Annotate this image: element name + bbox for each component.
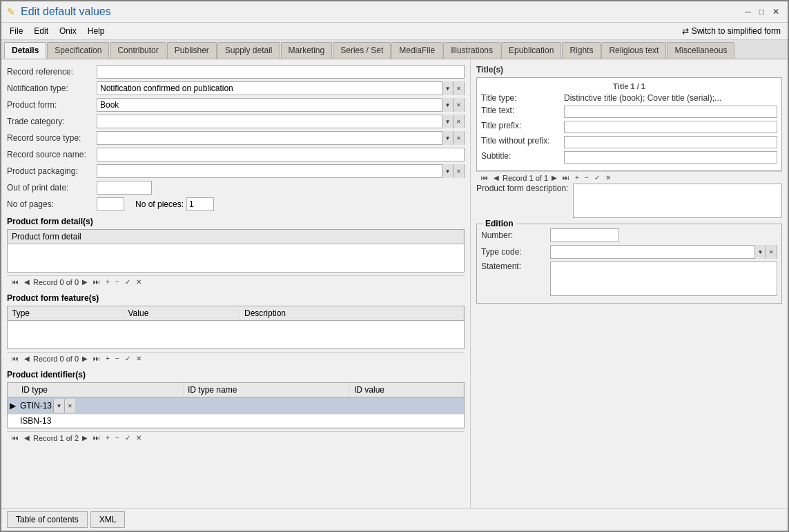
product-packaging-combo[interactable]: ▼ ✕ [97, 164, 465, 178]
pff-type-header: Type [8, 306, 124, 320]
pid-first-btn[interactable]: ⏮ [10, 433, 21, 442]
subtitle-input[interactable] [564, 151, 777, 164]
notification-type-clear[interactable]: ✕ [453, 81, 464, 95]
record-source-type-clear[interactable]: ✕ [453, 131, 464, 145]
xml-button[interactable]: XML [90, 511, 126, 528]
record-reference-label: Record reference: [7, 67, 97, 77]
pfd-prev-btn[interactable]: ◀ [22, 277, 32, 286]
pid-last-btn[interactable]: ⏭ [91, 433, 102, 442]
titles-last-btn[interactable]: ⏭ [561, 173, 572, 182]
tab-specification[interactable]: Specification [47, 42, 109, 59]
product-packaging-dropdown[interactable]: ▼ [442, 164, 453, 178]
record-source-type-combo[interactable]: ▼ ✕ [97, 131, 465, 145]
edition-type-clear[interactable]: ✕ [766, 245, 777, 259]
pfd-first-btn[interactable]: ⏮ [10, 277, 21, 286]
pid-next-btn[interactable]: ▶ [80, 433, 90, 442]
titles-first-btn[interactable]: ⏮ [479, 173, 490, 182]
titles-cancel-btn[interactable]: ✕ [603, 173, 613, 182]
pfd-last-btn[interactable]: ⏭ [91, 277, 102, 286]
pid-add-btn[interactable]: + [104, 433, 112, 442]
record-reference-row: Record reference: [7, 65, 465, 79]
tab-details[interactable]: Details [4, 42, 46, 59]
record-source-name-input[interactable] [97, 148, 465, 161]
pff-cancel-btn[interactable]: ✕ [134, 354, 144, 363]
edition-number-input[interactable] [550, 228, 619, 242]
pfd-confirm-btn[interactable]: ✓ [123, 277, 133, 286]
pff-prev-btn[interactable]: ◀ [22, 354, 32, 363]
pff-first-btn[interactable]: ⏮ [10, 354, 21, 363]
titles-remove-btn[interactable]: − [583, 173, 591, 182]
tab-series-set[interactable]: Series / Set [333, 42, 391, 59]
pfd-cancel-btn[interactable]: ✕ [134, 277, 144, 286]
record-source-type-label: Record source type: [7, 133, 97, 143]
out-of-print-date-input[interactable] [97, 181, 152, 195]
product-form-desc-label: Product form description: [476, 184, 573, 193]
product-packaging-clear[interactable]: ✕ [453, 164, 464, 178]
switch-simplified-button[interactable]: ⇄ Switch to simplified form [678, 25, 785, 37]
titles-confirm-btn[interactable]: ✓ [592, 173, 602, 182]
edition-statement-input[interactable] [550, 262, 777, 296]
tab-publisher[interactable]: Publisher [167, 42, 217, 59]
titles-add-btn[interactable]: + [573, 173, 581, 182]
tab-illustrations[interactable]: Illustrations [443, 42, 500, 59]
table-of-contents-button[interactable]: Table of contents [7, 511, 88, 528]
pid-cancel-btn[interactable]: ✕ [134, 433, 144, 442]
no-of-pieces-input[interactable] [186, 197, 214, 211]
trade-category-combo[interactable]: ▼ ✕ [97, 115, 465, 128]
pff-next-btn[interactable]: ▶ [80, 354, 90, 363]
tab-religious-text[interactable]: Religious text [601, 42, 666, 59]
tab-epublication[interactable]: Epublication [501, 42, 561, 59]
edition-type-code-combo[interactable]: ▼ ✕ [550, 245, 777, 259]
no-of-pages-input[interactable] [97, 197, 124, 211]
maximize-button[interactable]: □ [757, 6, 767, 17]
pid-nav-bar: ⏮ ◀ Record 1 of 2 ▶ ⏭ + − ✓ ✕ [7, 431, 465, 444]
title-prefix-input[interactable] [564, 121, 777, 133]
pid-row-isbn[interactable]: ISBN-13 [8, 415, 464, 428]
menu-edit[interactable]: Edit [28, 24, 54, 38]
tab-mediafile[interactable]: MediaFile [391, 42, 442, 59]
pid-confirm-btn[interactable]: ✓ [123, 433, 133, 442]
titles-prev-btn[interactable]: ◀ [491, 173, 501, 182]
pid-gtin-dropdown[interactable]: ▼ [53, 399, 64, 413]
minimize-button[interactable]: ─ [742, 6, 754, 17]
notification-type-combo[interactable]: Notification confirmed on publication ▼ … [97, 81, 465, 95]
trade-category-clear[interactable]: ✕ [453, 115, 464, 128]
tab-supply-detail[interactable]: Supply detail [217, 42, 280, 59]
right-panel: Title(s) Title 1 / 1 Title type: Distinc… [471, 59, 788, 508]
menu-file[interactable]: File [4, 24, 28, 38]
pid-remove-btn[interactable]: − [113, 433, 121, 442]
menu-onix[interactable]: Onix [54, 24, 82, 38]
pfd-next-btn[interactable]: ▶ [80, 277, 90, 286]
pfd-add-btn[interactable]: + [104, 277, 112, 286]
window-controls: ─ □ ✕ [742, 6, 782, 17]
tab-contributor[interactable]: Contributor [110, 42, 166, 59]
notification-type-dropdown[interactable]: ▼ [442, 81, 453, 95]
close-button[interactable]: ✕ [770, 6, 782, 17]
pff-add-btn[interactable]: + [104, 354, 112, 363]
pid-gtin-name-cell [184, 404, 351, 407]
title-without-prefix-input[interactable] [564, 136, 777, 148]
pfd-remove-btn[interactable]: − [113, 277, 121, 286]
pid-row-gtin[interactable]: ▶ GTIN-13 ▼ ✕ [8, 397, 464, 415]
trade-category-dropdown[interactable]: ▼ [442, 115, 453, 128]
titles-next-btn[interactable]: ▶ [549, 173, 559, 182]
tab-rights[interactable]: Rights [562, 42, 601, 59]
product-form-clear[interactable]: ✕ [453, 98, 464, 112]
pid-gtin-value-cell [351, 404, 464, 407]
pff-remove-btn[interactable]: − [113, 354, 121, 363]
record-reference-input[interactable] [97, 65, 465, 79]
product-form-combo[interactable]: Book ▼ ✕ [97, 98, 465, 112]
record-source-type-row: Record source type: ▼ ✕ [7, 131, 465, 145]
tab-marketing[interactable]: Marketing [281, 42, 333, 59]
title-text-input[interactable] [564, 106, 777, 118]
pid-gtin-clear[interactable]: ✕ [64, 399, 75, 413]
pff-confirm-btn[interactable]: ✓ [123, 354, 133, 363]
product-form-desc-input[interactable] [573, 184, 782, 218]
pff-last-btn[interactable]: ⏭ [91, 354, 102, 363]
tab-miscellaneous[interactable]: Miscellaneous [667, 42, 734, 59]
pid-prev-btn[interactable]: ◀ [22, 433, 32, 442]
product-form-dropdown[interactable]: ▼ [442, 98, 453, 112]
menu-help[interactable]: Help [82, 24, 110, 38]
edition-type-dropdown[interactable]: ▼ [754, 245, 766, 259]
record-source-type-dropdown[interactable]: ▼ [442, 131, 453, 145]
